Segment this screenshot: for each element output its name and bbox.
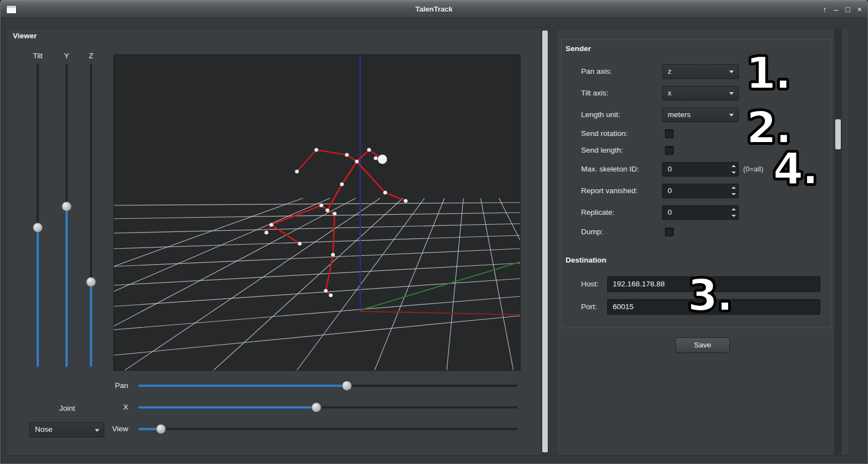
joint-label: Joint [48,401,87,416]
length-unit-label: Length unit: [581,108,620,122]
x-slider[interactable]: X [78,402,528,413]
spin-down-icon[interactable] [729,213,738,219]
spin-down-icon[interactable] [729,169,738,176]
annotation-4: 4. [773,147,817,190]
pan-slider-label: Pan [78,381,128,391]
pan-axis-label: Pan axis: [581,64,612,79]
skeleton-canvas [114,55,520,370]
spin-up-icon[interactable] [729,184,738,191]
titlebar[interactable]: TalenTrack ↑ – □ × [1,1,867,18]
minimize-icon[interactable]: – [834,6,839,13]
rollup-icon[interactable]: ↑ [823,6,827,13]
tilt-axis-value: x [668,87,672,100]
view-slider[interactable]: View [78,424,528,435]
z-slider[interactable]: Z [77,52,105,374]
x-slider-fill [138,406,316,408]
replicate-value: 0 [668,206,672,219]
annotation-3: 3. [688,274,732,317]
report-vanished-spinbox[interactable]: 0 [662,184,739,198]
joint-select[interactable]: Nose [29,422,104,437]
pan-slider-handle[interactable] [342,381,352,391]
z-slider-label: Z [77,52,105,60]
tilt-axis-select[interactable]: x [662,86,739,100]
view-slider-track[interactable] [138,428,518,430]
pan-slider-fill [138,385,347,387]
z-slider-handle[interactable] [86,277,96,287]
pan-slider-track[interactable] [138,385,518,387]
joint-select-value: Nose [35,423,53,437]
spin-buttons [729,206,738,219]
spin-up-icon[interactable] [729,206,738,213]
x-slider-track[interactable] [138,406,518,408]
chevron-down-icon [729,70,734,73]
spin-up-icon[interactable] [729,163,738,169]
tilt-slider-label: Tilt [23,52,52,60]
3d-viewport[interactable] [113,54,521,371]
max-skeleton-id-value: 0 [668,163,672,176]
y-slider-fill [65,206,68,367]
window-controls: ↑ – □ × [823,1,862,18]
max-skeleton-id-note: (0=all) [743,162,764,176]
x-slider-handle[interactable] [311,402,321,412]
sender-scrollbar-thumb[interactable] [835,119,841,149]
annotation-2: 2. [746,106,791,149]
tilt-slider-track[interactable] [37,64,39,367]
chevron-down-icon [729,92,734,95]
tilt-slider[interactable]: Tilt [23,52,52,374]
sender-section-title: Sender [566,44,591,53]
viewer-section-title: Viewer [13,32,37,40]
y-slider-handle[interactable] [62,201,72,211]
maximize-icon[interactable]: □ [845,6,850,13]
dump-checkbox[interactable] [665,228,674,236]
close-icon[interactable]: × [857,6,862,13]
report-vanished-label: Report vanished: [581,184,638,198]
tilt-slider-fill [37,228,39,367]
report-vanished-value: 0 [668,184,672,198]
send-rotation-label: Send rotation: [581,127,628,141]
window-title: TalenTrack [1,1,867,18]
send-length-checkbox[interactable] [665,146,674,155]
length-unit-select[interactable]: meters [662,108,739,122]
port-label: Port: [581,299,597,314]
save-button[interactable]: Save [675,337,730,353]
spin-buttons [729,163,738,176]
max-skeleton-id-label: Max. skeleton ID: [581,162,639,176]
pan-axis-value: z [668,65,672,78]
replicate-label: Replicate: [581,205,614,220]
max-skeleton-id-spinbox[interactable]: 0 [662,162,739,176]
destination-section-title: Destination [566,256,607,264]
dump-label: Dump: [581,225,603,239]
tilt-axis-label: Tilt axis: [581,86,608,100]
sender-scrollbar[interactable] [834,29,842,455]
length-unit-value: meters [668,108,690,122]
z-slider-track[interactable] [90,64,92,367]
app-window: TalenTrack ↑ – □ × Viewer Tilt Y Z [0,0,868,464]
spin-buttons [729,184,738,198]
send-length-label: Send length: [581,143,623,158]
replicate-spinbox[interactable]: 0 [662,205,739,220]
pan-axis-select[interactable]: z [662,64,739,79]
send-rotation-checkbox[interactable] [665,129,674,138]
chevron-down-icon [729,114,734,117]
chevron-down-icon [95,429,99,432]
host-label: Host: [581,276,599,291]
tilt-slider-handle[interactable] [33,223,43,233]
view-slider-handle[interactable] [156,424,166,434]
pan-slider[interactable]: Pan [78,381,528,392]
spin-down-icon[interactable] [729,191,738,198]
y-slider-track[interactable] [65,64,68,367]
viewer-scrollbar[interactable] [541,29,549,455]
z-slider-fill [90,282,92,367]
annotation-1: 1. [746,52,790,95]
viewer-scrollbar-thumb[interactable] [542,31,548,452]
